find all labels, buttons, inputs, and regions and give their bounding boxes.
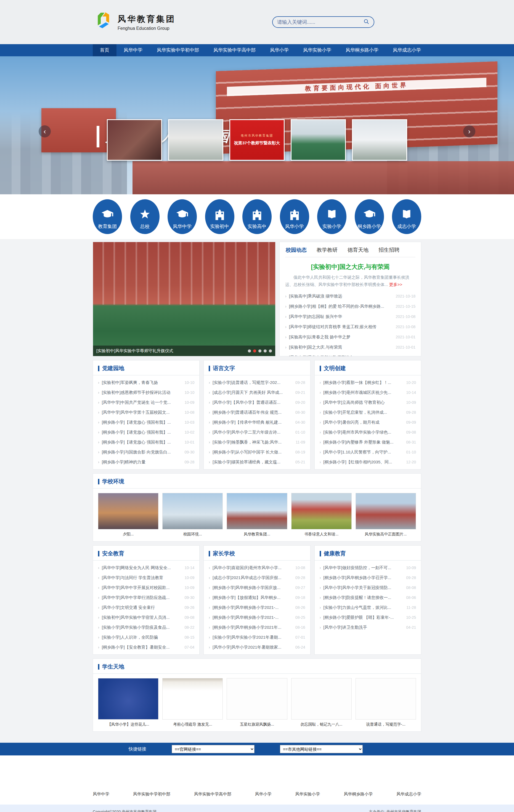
carousel-next-icon[interactable]: › (463, 125, 475, 138)
environment-photo[interactable]: 风华教育集团... (227, 493, 287, 537)
nav-item[interactable]: 风华桐乡路小学 (338, 44, 385, 56)
list-item[interactable]: ›[桐乡路小学]风华桐乡路小学2021-...08-25 (209, 612, 305, 622)
carousel-thumb[interactable] (168, 119, 223, 161)
nav-item[interactable]: 风华中学 (116, 44, 150, 56)
carousel-thumb-poster[interactable]: 亳州市风华教育集团 祝第37个教师节暨表彰大 (229, 119, 285, 161)
list-item[interactable]: ›[风华中学]立高尚师德 守教育初心10-09 (320, 398, 416, 407)
list-item[interactable]: ›[风华小学]暑你闪亮，期月有成09-09 (320, 417, 416, 427)
list-item[interactable]: ›[桐乡路小学]【安全教育】暑期安全...07-04 (98, 642, 194, 652)
school-shortcut[interactable]: 实验小学 (317, 199, 346, 234)
news-item[interactable]: ›[实验高中]乘风破浪 撷华致远2021-10-18 (285, 291, 416, 301)
list-item[interactable]: ›[桐乡路小学]风华桐乡路小学召开学...09-28 (320, 573, 416, 583)
official-links-select[interactable]: ==官网链接== (172, 745, 255, 753)
nav-item[interactable]: 风华实验中学初中部 (150, 44, 206, 56)
photo-caption[interactable]: 校园环境... (162, 532, 223, 537)
footer-school-link[interactable]: 风华中学 (93, 791, 109, 797)
photo-caption[interactable]: [实验初中]风华实验中学尊师守礼升旗仪式 (96, 348, 173, 353)
footer-school-link[interactable]: 风华小学 (255, 791, 272, 797)
nav-item[interactable]: 风华小学 (263, 44, 296, 56)
news-item[interactable]: ›[风华中学]师徒结对共育桃李 青蓝工程;薪火相传2021-10-08 (285, 322, 416, 332)
list-item[interactable]: ›[风华中学]风华中学开展反对校园欺...10-09 (98, 583, 194, 592)
list-item[interactable]: ›[实验初中]感恩教师节手抄报评比活动10-10 (98, 387, 194, 398)
photo-caption[interactable]: 说普通话，写规范字-... (355, 722, 416, 727)
nav-item[interactable]: 风华成志小学 (385, 44, 428, 56)
list-item[interactable]: ›[桐乡路小学]【红领巾相约2035、同...12-20 (320, 457, 416, 467)
list-item[interactable]: ›[实验初中]军姿飒爽，青春飞扬10-10 (98, 378, 194, 387)
student-photo[interactable]: 说普通话，写规范字-... (355, 678, 416, 727)
news-item[interactable]: ›[实验初中]国之大庆,与有荣焉2021-10-01 (285, 342, 416, 352)
carousel-thumb[interactable] (107, 119, 162, 161)
search-icon[interactable] (363, 19, 369, 26)
news-item[interactable]: ›[桐乡路小学]相【桐】的爱 给不同的你-风华桐乡路...2021-10-15 (285, 301, 416, 312)
carousel-thumb[interactable] (352, 119, 407, 161)
list-item[interactable]: ›[成志小学]月圆天下 共画美好 风华成...09-21 (209, 387, 305, 398)
list-item[interactable]: ›[实验小学]风华实验小学2021年暑期...07-01 (209, 632, 305, 642)
photo-thumbnail[interactable] (227, 493, 287, 529)
more-link[interactable]: 更多>> (389, 282, 402, 287)
search-input[interactable] (277, 19, 363, 25)
news-headline[interactable]: [实验初中]国之大庆,与有荣焉 (285, 263, 416, 271)
news-item[interactable]: ›[风华中学]勿忘国耻 振兴中华2021-10-08 (285, 312, 416, 322)
city-links-select[interactable]: ==市其他网站链接== (280, 745, 363, 753)
photo-caption[interactable]: 风华实验高中正面图片... (355, 532, 416, 537)
list-item[interactable]: ›[实验小学]力拔山兮气盖世，拔河比...11-28 (320, 603, 416, 612)
list-item[interactable]: ›[桐乡路小学]【请党放心 强国有我】...10-01 (98, 437, 194, 447)
student-photo[interactable]: 五星红旗迎风飘扬... (227, 678, 287, 727)
list-item[interactable]: ›[实验小学]风华实验小学防疫及食品...08-22 (98, 622, 194, 632)
nav-item[interactable]: 风华实验小学 (296, 44, 338, 56)
list-item[interactable]: ›[风华小学]风华小学关于新冠疫情防...08-08 (320, 583, 416, 592)
student-photo[interactable]: 考前心理疏导 激发无... (162, 678, 223, 727)
nav-item[interactable]: 首页 (93, 44, 116, 56)
photo-caption[interactable]: 五星红旗迎风飘扬... (227, 722, 287, 727)
school-shortcut[interactable]: 风华小学 (280, 199, 309, 234)
slider-dot[interactable] (264, 349, 267, 352)
list-item[interactable]: ›[风华小学]讲卫生勤洗手04-21 (320, 622, 416, 632)
school-shortcut[interactable]: 教育集团 (93, 199, 122, 234)
news-tab[interactable]: 德育天地 (347, 246, 369, 254)
list-item[interactable]: ›[桐乡路小学]看那一抹【桐乡红】！...10-20 (320, 378, 416, 387)
slider-dot[interactable] (258, 349, 261, 352)
list-item[interactable]: ›[成志小学]2021风华成志小学国庆假...09-28 (209, 573, 305, 583)
photo-caption[interactable]: 考前心理疏导 激发无... (162, 722, 223, 727)
list-item[interactable]: ›[风华小学]风华小学2021年暑期致家...06-24 (209, 642, 305, 652)
news-tab[interactable]: 招生招聘 (378, 246, 399, 254)
photo-caption[interactable]: 书香绿意人文和谐... (291, 532, 352, 537)
list-item[interactable]: ›[风华小学]风华小学二至六年级古诗...01-10 (209, 427, 305, 437)
list-item[interactable]: ›[桐乡路小学]风华桐乡路小学2021年...08-16 (209, 622, 305, 632)
photo-thumbnail[interactable] (227, 678, 287, 720)
school-shortcut[interactable]: 桐乡路小学 (355, 199, 384, 234)
environment-photo[interactable]: 风华实验高中正面图片... (355, 493, 416, 537)
list-item[interactable]: ›[桐乡路小学]内塑修养 外塑形象 做魅...08-31 (320, 437, 416, 447)
slider-dot[interactable] (269, 349, 272, 352)
photo-thumbnail[interactable] (162, 678, 223, 720)
carousel-prev-icon[interactable]: ‹ (39, 125, 51, 138)
footer-school-link[interactable]: 风华实验小学 (295, 791, 320, 797)
list-item[interactable]: ›[风华中学]风华中学举行消防应急疏...09-30 (98, 592, 194, 603)
list-item[interactable]: ›[风华小学]文明交通 安全童行09-26 (98, 603, 194, 612)
list-item[interactable]: ›[桐乡路小学]风华桐乡路小学2021-...08-26 (209, 603, 305, 612)
list-item[interactable]: ›[桐乡路小学]【放假通知】风华桐乡...09-18 (209, 592, 305, 603)
environment-photo[interactable]: 书香绿意人文和谐... (291, 493, 352, 537)
list-item[interactable]: ›[桐乡路小学]普通话诵百年伟业 规范...08-30 (209, 407, 305, 417)
news-tab[interactable]: 教学教研 (317, 246, 338, 254)
list-item[interactable]: ›[风华中学]与法同行 学生普法教育10-09 (98, 573, 194, 583)
list-item[interactable]: ›[桐乡路小学]风华桐乡路小学国庆放...09-27 (209, 583, 305, 592)
photo-thumbnail[interactable] (98, 678, 159, 720)
list-item[interactable]: ›[实验初中]风华实验中学宿管人员消...09-08 (98, 612, 194, 622)
footer-school-link[interactable]: 风华成志小学 (396, 791, 421, 797)
slider-dot[interactable] (253, 349, 256, 352)
school-shortcut[interactable]: 实验初中 (205, 199, 234, 234)
list-item[interactable]: ›[桐乡路小学]精神的力量09-28 (98, 457, 194, 467)
list-item[interactable]: ›[实验小学]说普通话，写规范字-202...09-28 (209, 378, 305, 387)
list-item[interactable]: ›[桐乡路小学]爱眼护眼 【睛】彩童年-...10-25 (320, 612, 416, 622)
list-item[interactable]: ›[实验小学]翰墨飘香，神采飞扬;风华...11-09 (209, 437, 305, 447)
photo-thumbnail[interactable] (291, 493, 352, 529)
student-photo[interactable]: 勿忘国耻，铭记九一八... (291, 678, 352, 727)
list-item[interactable]: ›[实验小学]人人识诈，全民防骗08-15 (98, 632, 194, 642)
environment-photo[interactable]: 夕阳... (98, 493, 159, 537)
footer-school-link[interactable]: 风华实验中学初中部 (133, 791, 170, 797)
list-item[interactable]: ›[风华中学]风华中学第十五届校园文...10-08 (98, 407, 194, 417)
list-item[interactable]: ›[风华中学]做好疫情防控，一刻不可...10-09 (320, 563, 416, 573)
carousel-thumb[interactable] (291, 119, 346, 161)
list-item[interactable]: ›[实验小学]撷英拾萃诵经典，藏文蕴...05-21 (209, 457, 305, 467)
